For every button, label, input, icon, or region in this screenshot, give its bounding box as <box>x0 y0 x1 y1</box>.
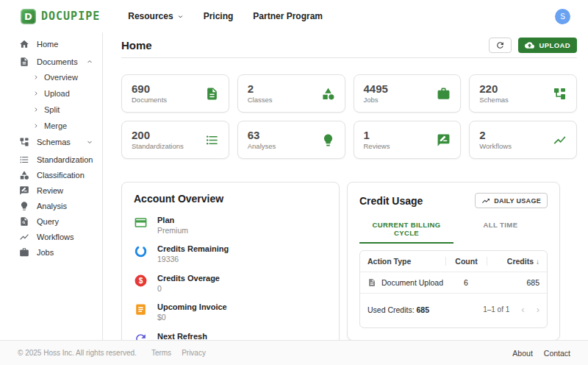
count-cell: 6 <box>445 278 487 287</box>
column-header-credits[interactable]: Credits ↓ <box>487 257 539 266</box>
rate-review-icon <box>19 185 29 196</box>
stat-card-schemas[interactable]: 220 Schemas <box>469 74 577 113</box>
account-row-value: Premium <box>157 226 188 236</box>
sidebar-item-label: Schemas <box>37 138 71 146</box>
sidebar-item-merge[interactable]: Merge <box>0 118 102 134</box>
stat-value: 63 <box>248 130 276 141</box>
stat-card-analyses[interactable]: 63 Analyses <box>237 121 345 159</box>
footer-link-about[interactable]: About <box>512 349 532 358</box>
pagination: 1–1 of 1 ‹ › <box>483 305 539 314</box>
sidebar-item-overview[interactable]: Overview <box>0 69 102 85</box>
main-content: Home UPLOAD 690 Documents <box>103 32 588 340</box>
page-header: Home UPLOAD <box>121 32 577 57</box>
column-header-count[interactable]: Count <box>445 257 487 266</box>
nav-link-pricing[interactable]: Pricing <box>204 11 234 21</box>
sidebar-item-classification[interactable]: Classification <box>0 167 102 182</box>
refresh-button[interactable] <box>489 38 512 53</box>
credits-cell: 685 <box>487 278 539 287</box>
sidebar-item-schemas[interactable]: Schemas <box>0 134 102 149</box>
footer-right: About Contact <box>512 349 570 358</box>
pagination-label: 1–1 of 1 <box>483 305 509 313</box>
cloud-upload-icon <box>525 40 534 50</box>
brand-logo[interactable]: D DOCUPIPE <box>21 9 100 24</box>
pagination-next-button[interactable]: › <box>537 305 539 314</box>
footer-link-privacy[interactable]: Privacy <box>182 349 206 357</box>
nav-link-partner-program[interactable]: Partner Program <box>253 11 323 21</box>
nav-link-label: Partner Program <box>253 11 323 21</box>
sidebar-item-standardization[interactable]: Standardization <box>0 152 102 167</box>
sidebar: Home Documents Overview Upload Split <box>0 32 103 340</box>
credit-usage-card: Credit Usage DAILY USAGE CURRENT BILLING… <box>347 182 560 341</box>
chevron-down-icon <box>177 13 184 20</box>
stat-card-workflows[interactable]: 2 Workflows <box>469 121 577 159</box>
daily-usage-button[interactable]: DAILY USAGE <box>475 193 548 208</box>
credit-card-icon <box>134 216 148 230</box>
stat-label: Schemas <box>479 96 509 104</box>
used-credits-label: Used Credits: <box>368 305 415 314</box>
sidebar-item-label: Documents <box>37 57 78 66</box>
page-footer: © 2025 Hoss Inc. All rights reserved. Te… <box>0 340 588 365</box>
account-row-value: 19336 <box>157 255 229 265</box>
stat-label: Workflows <box>479 142 512 150</box>
page-title: Home <box>121 39 152 52</box>
sidebar-subitem-label: Overview <box>44 73 78 82</box>
account-row-credits-overage: Credits Overage 0 <box>134 273 327 294</box>
sidebar-item-split[interactable]: Split <box>0 102 102 118</box>
chevron-right-icon <box>33 107 39 113</box>
top-navigation: Resources Pricing Partner Program <box>128 11 323 21</box>
chevron-up-icon <box>86 58 93 65</box>
sidebar-item-workflows[interactable]: Workflows <box>0 229 102 244</box>
sidebar-item-query[interactable]: Query <box>0 213 102 229</box>
column-header-action-type[interactable]: Action Type <box>368 257 445 266</box>
lightbulb-icon <box>321 133 335 147</box>
tab-current-billing-cycle[interactable]: CURRENT BILLING CYCLE <box>359 215 453 244</box>
credit-usage-title: Credit Usage <box>359 195 423 207</box>
footer-link-contact[interactable]: Contact <box>544 349 570 358</box>
column-header-label: Credits <box>507 257 534 266</box>
donut-progress-icon <box>134 244 148 258</box>
sidebar-item-label: Analysis <box>37 202 67 210</box>
line-chart-icon <box>19 232 29 242</box>
stat-value: 690 <box>132 83 167 94</box>
sidebar-item-home[interactable]: Home <box>0 36 102 52</box>
account-row-value: 0 <box>157 284 220 294</box>
stat-value: 2 <box>479 130 512 141</box>
used-credits-value: 685 <box>417 305 430 314</box>
stat-value: 200 <box>132 130 184 141</box>
docupipe-logo-icon: D <box>21 9 36 24</box>
sidebar-item-label: Standardization <box>37 155 93 164</box>
trending-up-icon <box>481 196 490 205</box>
table-row[interactable]: Document Upload 6 685 <box>360 272 547 293</box>
brand-wordmark: DOCUPIPE <box>41 10 100 23</box>
tab-all-time[interactable]: ALL TIME <box>453 215 548 244</box>
user-avatar[interactable]: S <box>555 9 570 24</box>
receipt-icon <box>134 302 148 316</box>
list-icon <box>205 133 219 147</box>
sidebar-item-review[interactable]: Review <box>0 182 102 198</box>
sidebar-item-label: Classification <box>37 171 85 180</box>
sidebar-item-jobs[interactable]: Jobs <box>0 244 102 260</box>
stat-card-documents[interactable]: 690 Documents <box>121 74 229 113</box>
stat-card-standardizations[interactable]: 200 Standardizations <box>121 121 229 159</box>
pagination-prev-button[interactable]: ‹ <box>521 305 524 314</box>
nav-link-resources[interactable]: Resources <box>128 11 183 21</box>
chevron-right-icon <box>33 123 39 129</box>
sidebar-item-analysis[interactable]: Analysis <box>0 198 102 213</box>
account-overview-title: Account Overview <box>134 193 327 205</box>
schema-icon <box>553 87 567 101</box>
account-row-label: Upcoming Invoice <box>157 302 227 313</box>
document-icon <box>19 57 29 67</box>
sidebar-item-upload[interactable]: Upload <box>0 85 102 102</box>
footer-link-terms[interactable]: Terms <box>151 349 171 357</box>
rate-review-icon <box>437 133 451 147</box>
category-icon <box>321 87 335 101</box>
account-row-label: Plan <box>157 215 188 226</box>
stat-card-reviews[interactable]: 1 Reviews <box>354 121 462 159</box>
stat-card-classes[interactable]: 2 Classes <box>237 74 345 113</box>
account-row-label: Credits Remaining <box>157 244 229 255</box>
sidebar-item-label: Jobs <box>37 248 54 257</box>
upload-button[interactable]: UPLOAD <box>518 38 577 53</box>
sidebar-item-documents[interactable]: Documents <box>0 54 102 69</box>
stat-card-jobs[interactable]: 4495 Jobs <box>354 74 462 113</box>
credit-usage-header: Credit Usage DAILY USAGE <box>359 193 548 208</box>
